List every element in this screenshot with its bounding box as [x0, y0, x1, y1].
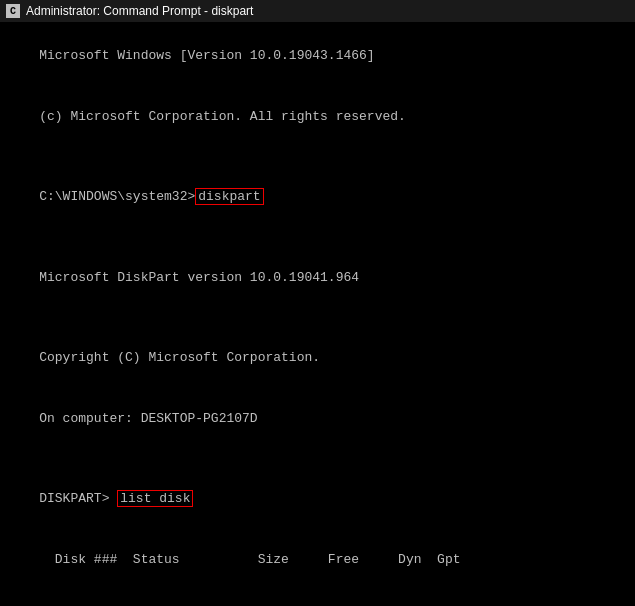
listdisk-command: list disk [117, 490, 193, 507]
blank1 [8, 147, 627, 167]
copyright-line: (c) Microsoft Corporation. All rights re… [8, 86, 627, 146]
computer-line: On computer: DESKTOP-PG2107D [8, 389, 627, 449]
table-header-line: Disk ### Status Size Free Dyn Gpt [8, 530, 627, 590]
win-version-line: Microsoft Windows [Version 10.0.19043.14… [8, 26, 627, 86]
terminal: Microsoft Windows [Version 10.0.19043.14… [0, 22, 635, 606]
prompt-listdisk-line: DISKPART> list disk [8, 469, 627, 529]
prompt-diskpart-line: C:\WINDOWS\system32>diskpart [8, 167, 627, 227]
cmd-icon: C [6, 4, 20, 18]
diskpart-version-line: Microsoft DiskPart version 10.0.19041.96… [8, 248, 627, 308]
diskpart-command: diskpart [195, 188, 263, 205]
title-bar-text: Administrator: Command Prompt - diskpart [26, 4, 253, 18]
title-bar: C Administrator: Command Prompt - diskpa… [0, 0, 635, 22]
copyright2-line: Copyright (C) Microsoft Corporation. [8, 328, 627, 388]
blank2 [8, 227, 627, 247]
blank4 [8, 449, 627, 469]
blank3 [8, 308, 627, 328]
table-divider-line: -------- ------------- ------- ------- -… [8, 590, 627, 606]
